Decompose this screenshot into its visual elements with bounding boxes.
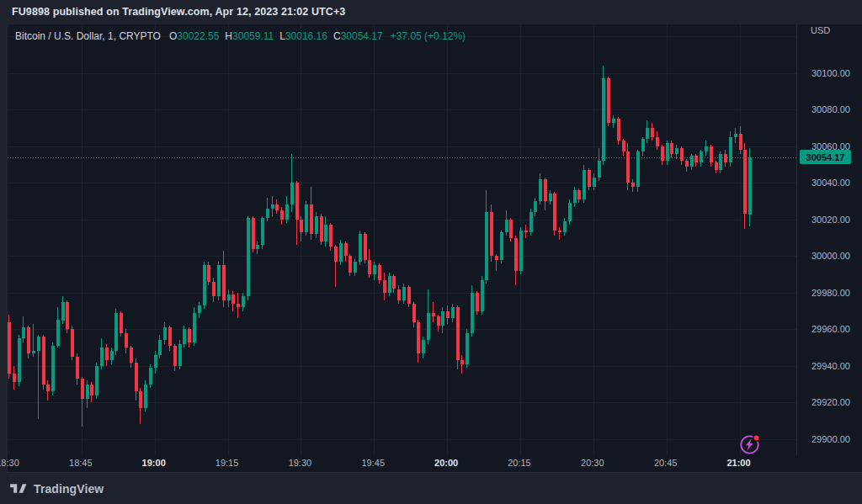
time-tick-label: 19:15: [202, 458, 253, 468]
candle-body: [373, 265, 376, 274]
tradingview-snapshot-page: { "page": { "attribution": "FU9898 publi…: [0, 0, 862, 504]
candle-body: [617, 119, 620, 141]
candle-body: [402, 287, 406, 300]
candle-body: [154, 355, 157, 368]
candle-body: [61, 302, 65, 321]
candle-body: [207, 265, 210, 282]
candle-body: [685, 161, 689, 167]
legend-low: L30016.16: [279, 30, 327, 42]
candle-body: [247, 218, 250, 297]
candle-body: [544, 179, 547, 201]
candle-body: [466, 333, 469, 364]
candlestick-chart[interactable]: [8, 24, 862, 474]
candle-body: [344, 243, 348, 256]
tradingview-logo-icon[interactable]: [10, 482, 28, 495]
candle-body: [568, 203, 572, 221]
candle-body: [451, 307, 455, 318]
candle-body: [573, 190, 577, 203]
candle-body: [324, 225, 327, 241]
candle-body: [110, 351, 114, 360]
candle-body: [593, 178, 596, 187]
price-tick-label: 30080.00: [811, 103, 850, 115]
candle-body: [212, 282, 216, 296]
candle-body: [329, 225, 333, 247]
candle-body: [524, 231, 528, 232]
candle-body: [729, 137, 732, 163]
candle-body: [675, 148, 678, 154]
candle-body: [715, 162, 718, 170]
time-tick-label: 20:30: [567, 458, 618, 468]
candle-body: [8, 322, 11, 374]
candle-body: [144, 385, 147, 408]
candle-body: [583, 170, 586, 199]
candle-body: [188, 329, 191, 342]
candle-body: [368, 260, 371, 274]
candle-body: [27, 327, 30, 353]
candle-body: [734, 134, 737, 137]
candle-body: [680, 148, 684, 161]
candle-body: [388, 276, 391, 293]
candle-body: [266, 209, 269, 218]
flash-button[interactable]: [738, 432, 762, 456]
candle-body: [320, 216, 323, 242]
candle-body: [334, 247, 338, 261]
price-tick-label: 29960.00: [811, 323, 850, 335]
candle-body: [500, 232, 503, 260]
candle-body: [739, 134, 742, 151]
candle-body: [651, 128, 654, 137]
price-tick-label: 30020.00: [811, 214, 850, 225]
candle-body: [539, 179, 542, 201]
candle-body: [46, 385, 50, 392]
candle-body: [178, 344, 182, 366]
candle-body: [441, 311, 444, 326]
candle-body: [125, 333, 128, 347]
candle-body: [37, 337, 40, 351]
price-tick-label: 29980.00: [811, 287, 850, 299]
time-tick-label: 21:00: [714, 458, 764, 468]
candle-body: [427, 313, 430, 341]
candle-body: [237, 304, 240, 307]
time-tick-label: 18:45: [56, 458, 106, 468]
candle-body: [86, 385, 89, 399]
candle-body: [602, 78, 605, 161]
symbol-title[interactable]: Bitcoin / U.S. Dollar, 1, CRYPTO: [15, 30, 161, 42]
price-tick-label: 29920.00: [811, 396, 850, 408]
candle-body: [339, 243, 343, 262]
brand-name[interactable]: TradingView: [34, 482, 104, 496]
candle-body: [315, 216, 318, 235]
candle-body: [514, 238, 518, 271]
price-tick-label: 29900.00: [811, 433, 850, 445]
time-tick-label: 19:30: [274, 458, 325, 468]
candle-body: [168, 327, 172, 346]
candle-body: [100, 347, 104, 366]
candle-body: [392, 276, 396, 289]
candle-body: [490, 212, 493, 256]
candle-body: [217, 265, 221, 296]
candle-body: [700, 151, 703, 162]
candle-body: [666, 143, 669, 162]
candle-body: [90, 385, 93, 395]
legend-open: O30022.55: [169, 30, 219, 42]
candle-body: [198, 305, 201, 313]
candle-body: [607, 78, 610, 122]
time-tick-label: 20:45: [641, 458, 691, 468]
candle-body: [553, 194, 556, 231]
candle-body: [285, 204, 289, 219]
candle-body: [56, 320, 60, 345]
legend-close: C30054.17: [333, 30, 383, 42]
candle-body: [349, 256, 352, 273]
price-axis[interactable]: 30100.0030080.0030060.0030040.0030020.00…: [796, 24, 862, 455]
candle-body: [32, 351, 35, 353]
candle-body: [495, 256, 498, 259]
legend-high: H30059.11: [225, 30, 274, 42]
candle-body: [646, 128, 649, 139]
footer: TradingView: [0, 473, 862, 504]
time-axis[interactable]: 18:3018:4519:0019:1519:3019:4520:0020:15…: [0, 455, 862, 473]
candle-body: [290, 183, 294, 204]
candle-body: [661, 146, 664, 161]
candle-body: [222, 265, 226, 300]
candle-body: [748, 157, 752, 215]
candle-body: [158, 340, 162, 354]
time-tick-label: 20:15: [494, 458, 545, 468]
candle-body: [690, 156, 694, 167]
